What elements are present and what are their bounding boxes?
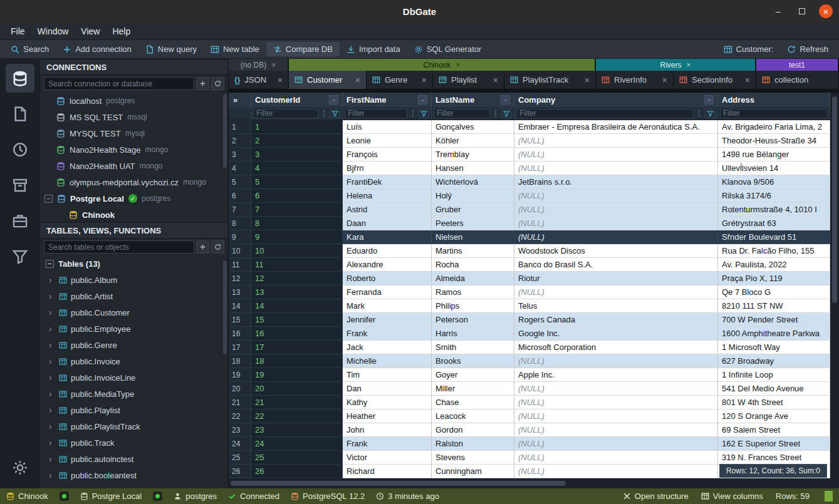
row-number[interactable]: 22 <box>229 409 251 423</box>
cell-customerid[interactable]: 25 <box>251 451 343 465</box>
table-row[interactable]: 16 16 Frank Harris Google Inc. 1600 Amph… <box>229 327 830 341</box>
add-table-mini-button[interactable] <box>196 240 209 254</box>
cell-firstname[interactable]: Tim <box>343 368 432 382</box>
cell-lastname[interactable]: Cunningham <box>432 465 514 478</box>
refresh-button[interactable]: Refresh <box>780 42 835 56</box>
cell-customerid[interactable]: 8 <box>251 217 343 230</box>
cell-customerid[interactable]: 24 <box>251 437 343 451</box>
chevron-right-icon[interactable] <box>49 389 55 399</box>
cell-customerid[interactable]: 22 <box>251 409 343 423</box>
row-number[interactable]: 18 <box>229 354 251 368</box>
cell-company[interactable]: (NULL) <box>514 423 718 437</box>
expand-columns-icon[interactable]: » <box>229 93 251 107</box>
cell-firstname[interactable]: Helena <box>343 189 432 203</box>
row-number[interactable]: 16 <box>229 327 251 341</box>
table-tree-item[interactable]: public.InvoiceLine <box>40 369 228 386</box>
new-query-button[interactable]: New query <box>138 42 204 56</box>
cell-address[interactable]: 1600 Amphitheatre Parkwa <box>718 327 830 341</box>
connection-item-olympus[interactable]: olympus-medportal.vychozi.cz mongo <box>40 174 228 190</box>
cell-firstname[interactable]: Frank <box>343 437 432 451</box>
cell-customerid[interactable]: 12 <box>251 272 343 285</box>
cell-lastname[interactable]: Hansen <box>432 162 514 175</box>
compare-db-button[interactable]: Compare DB <box>266 42 340 56</box>
cell-customerid[interactable]: 18 <box>251 354 343 368</box>
row-number[interactable]: 11 <box>229 258 251 272</box>
close-icon[interactable]: × <box>662 75 667 85</box>
connection-item-mssql-test[interactable]: MS SQL TEST mssql <box>40 109 228 125</box>
cell-address[interactable]: Rua Dr. Falcão Filho, 155 <box>718 244 830 258</box>
table-row[interactable]: 7 7 Astrid Gruber (NULL) Rotenturmstraße… <box>229 203 830 217</box>
table-row[interactable]: 4 4 Bjřrn Hansen (NULL) Ullevĺlsveien 14 <box>229 162 830 175</box>
cell-address[interactable]: 162 E Superior Street <box>718 437 830 451</box>
table-row[interactable]: 17 17 Jack Smith Microsoft Corporation 1… <box>229 341 830 354</box>
chevron-right-icon[interactable] <box>49 421 55 431</box>
cell-address[interactable]: 319 N. Frances Street <box>718 451 830 465</box>
cell-address[interactable]: 1 Microsoft Way <box>718 341 830 354</box>
cell-firstname[interactable]: Bjřrn <box>343 162 432 175</box>
cell-lastname[interactable]: Almeida <box>432 272 514 285</box>
cell-address[interactable]: 120 S Orange Ave <box>718 409 830 423</box>
cell-firstname[interactable]: Frank <box>343 327 432 341</box>
row-number[interactable]: 8 <box>229 217 251 230</box>
tab-group-no-db[interactable]: (no DB) × <box>229 59 289 71</box>
connection-item-localhost[interactable]: localhost postgres <box>40 93 228 109</box>
cell-lastname[interactable]: Ralston <box>432 437 514 451</box>
settings-gear-icon[interactable] <box>6 453 34 482</box>
cell-lastname[interactable]: Gruber <box>432 203 514 217</box>
table-row[interactable]: 6 6 Helena Holý (NULL) Rilská 3174/6 <box>229 189 830 203</box>
table-tree-item[interactable]: public.PlaylistTrack <box>40 418 228 435</box>
menu-window[interactable]: Window <box>32 24 75 38</box>
row-number[interactable]: 23 <box>229 423 251 437</box>
cell-firstname[interactable]: Luís <box>343 120 432 134</box>
cell-firstname[interactable]: Richard <box>343 465 432 478</box>
table-tree-item[interactable]: public.MediaType <box>40 386 228 402</box>
cell-company[interactable]: Banco do Brasil S.A. <box>514 258 718 272</box>
close-icon[interactable]: × <box>271 61 276 69</box>
menu-file[interactable]: File <box>5 24 31 38</box>
cell-company[interactable]: (NULL) <box>514 230 718 244</box>
cell-customerid[interactable]: 26 <box>251 465 343 478</box>
cell-company[interactable]: Apple Inc. <box>514 368 718 382</box>
cell-company[interactable]: (NULL) <box>514 217 718 230</box>
menu-dots-icon[interactable]: ⋮ <box>409 109 417 118</box>
cell-company[interactable]: (NULL) <box>514 437 718 451</box>
view-columns-button[interactable]: View columns <box>701 491 763 501</box>
tab-customer[interactable]: Customer × <box>289 71 367 89</box>
cell-address[interactable]: Sřnder Boulevard 51 <box>718 230 830 244</box>
cell-lastname[interactable]: Goyer <box>432 368 514 382</box>
cell-company[interactable]: Microsoft Corporation <box>514 341 718 354</box>
close-icon[interactable]: × <box>493 75 498 85</box>
cell-lastname[interactable]: Stevens <box>432 451 514 465</box>
cell-data-icon[interactable] <box>6 242 34 271</box>
cell-lastname[interactable]: Brooks <box>432 354 514 368</box>
chevron-right-icon[interactable] <box>49 275 55 285</box>
cell-firstname[interactable]: Kara <box>343 230 432 244</box>
cell-lastname[interactable]: Wichterlová <box>432 175 514 189</box>
row-number[interactable]: 25 <box>229 451 251 465</box>
connection-item-nano2health-stage[interactable]: Nano2Health Stage mongo <box>40 141 228 158</box>
cell-firstname[interactable]: Mark <box>343 299 432 313</box>
filter-funnel-icon[interactable] <box>501 108 512 118</box>
cell-lastname[interactable]: Ramos <box>432 285 514 299</box>
cell-company[interactable]: (NULL) <box>514 451 718 465</box>
cell-customerid[interactable]: 6 <box>251 189 343 203</box>
connections-scrollbar[interactable] <box>223 94 227 168</box>
cell-lastname[interactable]: Philips <box>432 299 514 313</box>
table-row[interactable]: 23 23 John Gordon (NULL) 69 Salem Street <box>229 423 830 437</box>
row-number[interactable]: 14 <box>229 299 251 313</box>
chevron-right-icon[interactable] <box>49 405 55 415</box>
table-tree-item[interactable]: public.autoinctest <box>40 451 228 467</box>
cell-customerid[interactable]: 9 <box>251 230 343 244</box>
table-row[interactable]: 11 11 Alexandre Rocha Banco do Brasil S.… <box>229 258 830 272</box>
collapse-icon[interactable] <box>44 195 53 203</box>
table-row[interactable]: 18 18 Michelle Brooks (NULL) 627 Broadwa… <box>229 354 830 368</box>
chevron-right-icon[interactable] <box>49 340 55 350</box>
database-item-chinook[interactable]: Chinook <box>40 207 228 223</box>
cell-firstname[interactable]: Dan <box>343 382 432 396</box>
chevron-right-icon[interactable] <box>49 438 55 448</box>
cell-lastname[interactable]: Gordon <box>432 423 514 437</box>
new-table-button[interactable]: New table <box>204 42 266 56</box>
row-number[interactable]: 3 <box>229 148 251 162</box>
table-row[interactable]: 1 1 Luís Gonçalves Embraer - Empresa Bra… <box>229 120 830 134</box>
cell-company[interactable]: (NULL) <box>514 203 718 217</box>
